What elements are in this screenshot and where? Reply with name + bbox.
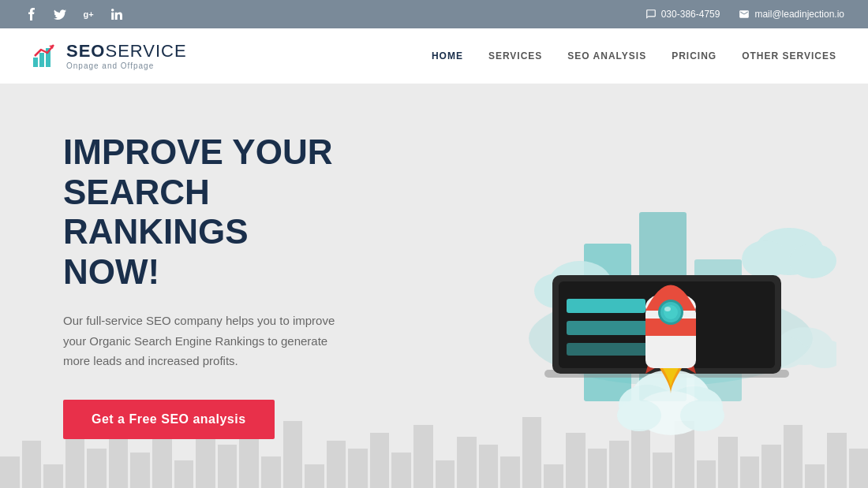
nav-services[interactable]: SERVICES — [488, 50, 542, 61]
svg-point-27 — [617, 400, 661, 431]
hero-illustration — [426, 102, 836, 464]
social-links: g+ — [24, 6, 125, 22]
facebook-icon[interactable] — [24, 6, 39, 22]
phone-number: 030-386-4759 — [661, 9, 720, 20]
email-item: mail@leadinjection.io — [739, 9, 844, 20]
hero-title: IMPROVE YOUR SEARCH RANKINGS NOW! — [63, 132, 347, 292]
top-bar: g+ 030-386-4759 mail@leadinjection.io — [0, 0, 868, 28]
linkedin-icon[interactable] — [109, 6, 125, 22]
nav-pricing[interactable]: PRICING — [672, 50, 716, 61]
nav-seo-analysis[interactable]: SEO ANALYSIS — [567, 50, 646, 61]
building — [805, 464, 825, 488]
building — [697, 460, 716, 488]
svg-point-13 — [789, 244, 836, 278]
nav-other-services[interactable]: OTHER SERVICES — [742, 50, 836, 61]
cta-button[interactable]: Get a Free SEO analysis — [63, 400, 275, 439]
building — [544, 464, 563, 488]
navbar: SEOSERVICE Onpage and Offpage HOME SERVI… — [0, 28, 868, 84]
svg-rect-20 — [567, 299, 645, 313]
svg-point-12 — [742, 240, 789, 278]
phone-item: 030-386-4759 — [645, 9, 720, 20]
logo-tagline: Onpage and Offpage — [66, 61, 187, 71]
logo: SEOSERVICE Onpage and Offpage — [32, 41, 187, 71]
nav-home[interactable]: HOME — [432, 50, 463, 61]
hero-section: IMPROVE YOUR SEARCH RANKINGS NOW! Our fu… — [0, 84, 868, 488]
logo-seo: SEO — [66, 41, 105, 61]
svg-rect-0 — [33, 58, 38, 67]
logo-icon — [32, 42, 60, 70]
google-plus-icon[interactable]: g+ — [80, 6, 96, 22]
email-icon — [739, 9, 750, 20]
hero-content: IMPROVE YOUR SEARCH RANKINGS NOW! Our fu… — [0, 101, 410, 471]
contact-info: 030-386-4759 mail@leadinjection.io — [645, 9, 844, 20]
svg-rect-1 — [39, 53, 44, 67]
svg-point-37 — [664, 307, 671, 311]
building — [436, 460, 455, 488]
logo-service: SERVICE — [105, 41, 186, 61]
twitter-icon[interactable] — [52, 6, 68, 22]
nav-links: HOME SERVICES SEO ANALYSIS PRICING OTHER… — [432, 50, 836, 61]
svg-point-28 — [680, 400, 724, 431]
hero-description: Our full-service SEO company helps you t… — [63, 311, 347, 371]
building — [849, 449, 868, 488]
phone-icon — [645, 9, 657, 20]
email-address: mail@leadinjection.io — [754, 9, 844, 20]
logo-text: SEOSERVICE Onpage and Offpage — [66, 41, 187, 71]
